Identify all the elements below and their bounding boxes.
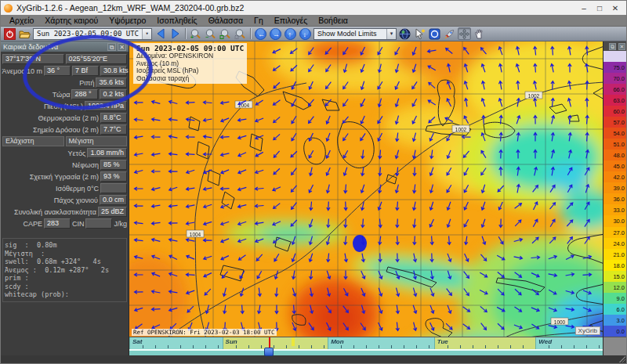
- menu-item[interactable]: Θάλασσα: [203, 15, 248, 27]
- close-panel-icon[interactable]: ✕: [118, 43, 126, 51]
- timeline-slider-handle[interactable]: [264, 348, 274, 356]
- status-bar: [1, 355, 626, 363]
- scale-tick-label: 66.0: [613, 86, 625, 93]
- svg-text:←: ←: [258, 31, 265, 38]
- data-value: 7 Bf: [72, 66, 99, 76]
- menu-item[interactable]: Ισοπληθείς: [151, 15, 202, 27]
- pan-right-icon[interactable]: →: [269, 27, 282, 40]
- pan-left-icon[interactable]: ←: [254, 27, 267, 40]
- maximize-button[interactable]: □: [592, 2, 607, 13]
- close-button[interactable]: ✕: [607, 2, 623, 13]
- timeline-day-sat[interactable]: Sat: [129, 337, 223, 349]
- close-panel-icon[interactable]: ✕: [618, 43, 625, 50]
- timeline-tick: [286, 345, 287, 348]
- scale-cell: 6.0: [603, 304, 626, 315]
- chevron-down-icon: ▾: [142, 29, 151, 39]
- scale-cell: 75.0: [603, 62, 626, 73]
- scale-cell: 63.0: [603, 95, 626, 106]
- data-label: J/kg: [114, 220, 127, 228]
- reference-run-label: Ref OPENSKIRON: Fri 2023-02-03 18:00 UTC: [132, 329, 277, 336]
- float-panel-icon[interactable]: ⧉: [107, 43, 116, 51]
- menu-item[interactable]: Βοήθεια: [313, 15, 353, 27]
- zoom-in-icon[interactable]: +: [189, 27, 202, 40]
- resize-grip-icon[interactable]: [619, 356, 625, 362]
- scale-cell: 45.0: [603, 160, 626, 171]
- timeline-day-sun[interactable]: Sun: [223, 337, 328, 349]
- scale-tick-label: 30.0: [613, 218, 625, 225]
- zoom-fit-icon[interactable]: [219, 27, 232, 40]
- timeline-tick: [404, 345, 404, 348]
- globe-icon[interactable]: [398, 27, 411, 40]
- data-label: CAPE: [23, 220, 42, 228]
- datetime-select[interactable]: Sun 2023-02-05 09:00 UTC ▾: [33, 28, 152, 40]
- data-value: [85, 218, 112, 229]
- timeline-day-label: Tue: [437, 338, 448, 345]
- scale-cell: 54.0: [603, 128, 626, 139]
- toolbar: Sun 2023-02-05 09:00 UTC ▾ + − ← → ↑: [1, 27, 626, 41]
- timeline-tick: [549, 345, 549, 348]
- open-file-icon[interactable]: [18, 27, 31, 40]
- scale-cell: 3.0: [603, 315, 626, 326]
- data-label: Θερμοκρασία (2 m): [38, 114, 99, 122]
- wave-data-line: Μέγιστη :: [5, 250, 125, 258]
- data-value: 37°17'39"N: [2, 54, 64, 64]
- color-scale: 75.070.066.063.060.057.054.051.048.045.0…: [603, 51, 626, 337]
- menu-item[interactable]: Χάρτης καιρού: [39, 15, 103, 27]
- prev-timestep-icon[interactable]: [154, 27, 167, 40]
- scale-footer: [603, 337, 626, 355]
- timeline-tick: [586, 345, 587, 348]
- data-label: Πάχος χιονιού: [54, 196, 98, 204]
- timeline-tick: [448, 345, 448, 348]
- weather-data-row: Πίεση (MSL)1002.4 hPa: [2, 101, 127, 111]
- timeline-tick: [143, 345, 143, 348]
- scale-panel-titlebar: ⧉ ✕: [603, 41, 626, 51]
- map-canvas[interactable]: 10041004100210021000: [129, 41, 603, 337]
- timeline-tick: [248, 345, 249, 348]
- menu-item[interactable]: Επιλογές: [269, 15, 314, 27]
- data-value: 0.2 kts: [100, 89, 127, 99]
- scale-cell: 57.0: [603, 117, 626, 128]
- svg-text:+: +: [190, 34, 194, 40]
- compass-icon[interactable]: [428, 27, 441, 40]
- float-panel-icon[interactable]: ⧉: [609, 43, 616, 50]
- scale-tick-label: 63.0: [613, 97, 625, 104]
- svg-text:1002: 1002: [455, 127, 467, 132]
- move-tool-icon[interactable]: [458, 27, 471, 40]
- scale-cell: 9.0: [603, 293, 626, 304]
- wave-data-line: Άνεμος : 0.12m +287° 2s: [5, 266, 125, 275]
- svg-text:1000: 1000: [554, 319, 566, 325]
- zoom-out-icon[interactable]: −: [204, 27, 217, 40]
- weather-map[interactable]: Sun 2023-02-05 09:00 UTC Δεδομένα: OPENS…: [129, 41, 603, 337]
- weather-data-row: Νέφωση85 %: [2, 160, 127, 170]
- svg-text:1002: 1002: [528, 93, 540, 99]
- svg-text:↓: ↓: [303, 31, 307, 38]
- scale-cell: 15.0: [603, 271, 626, 282]
- rocket-icon[interactable]: [443, 27, 456, 40]
- timeline-band[interactable]: SatSunMonTueWed: [129, 337, 603, 349]
- scale-tick-label: 3.0: [617, 316, 625, 323]
- zoom-select-icon[interactable]: [234, 27, 247, 40]
- minimize-button[interactable]: –: [576, 2, 592, 13]
- timeline-day-mon[interactable]: Mon: [328, 337, 434, 349]
- scale-tick-label: 15.0: [613, 272, 625, 279]
- data-value: 288 °: [71, 89, 98, 99]
- scale-cell: 39.0: [603, 182, 626, 193]
- toolbar-separator: [250, 28, 251, 39]
- pointer-info-icon[interactable]: [413, 27, 426, 40]
- scale-cell: 27.0: [603, 227, 626, 238]
- menu-item[interactable]: Γη: [248, 15, 269, 27]
- timeline-day-tue[interactable]: Tue: [434, 337, 536, 349]
- menu-item[interactable]: Αρχείο: [4, 15, 39, 27]
- menu-item[interactable]: Υψόμετρο: [103, 15, 151, 27]
- scale-tick-label: 12.0: [613, 283, 625, 290]
- hand-tool-icon[interactable]: [473, 27, 486, 40]
- pan-up-icon[interactable]: ↑: [284, 27, 297, 40]
- timeline-day-wed[interactable]: Wed: [535, 337, 603, 349]
- next-timestep-icon[interactable]: [169, 27, 182, 40]
- scale-cell: 66.0: [603, 84, 626, 95]
- pan-down-icon[interactable]: ↓: [299, 27, 312, 40]
- time-slider[interactable]: SatSunMonTueWed: [129, 337, 603, 355]
- timeline-tick: [379, 345, 379, 348]
- power-icon[interactable]: [3, 27, 16, 40]
- model-limits-select[interactable]: Show Model Limits ▾: [314, 28, 397, 40]
